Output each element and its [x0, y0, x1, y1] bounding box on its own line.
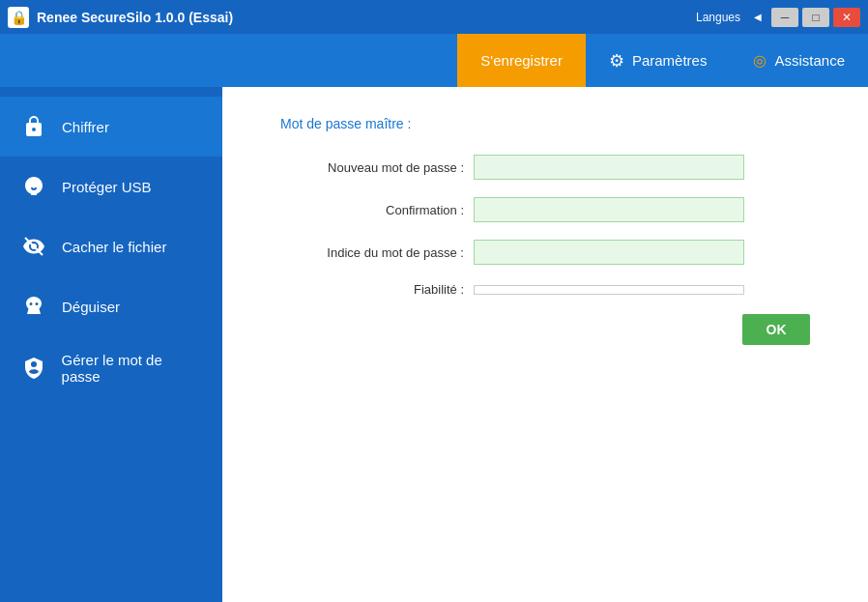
lock-icon: 🔒: [8, 7, 29, 28]
proteger-usb-icon: [19, 172, 48, 201]
tab-assistance[interactable]: ◎ Assistance: [730, 34, 868, 87]
sidebar-item-cacher-fichier-label: Cacher le fichier: [62, 239, 166, 255]
langues-prev-button[interactable]: ◀: [748, 8, 767, 27]
close-button[interactable]: ✕: [833, 8, 860, 27]
sidebar: Chiffrer Protéger USB Cacher le fichier …: [0, 87, 222, 602]
sidebar-item-proteger-usb-label: Protéger USB: [62, 179, 152, 195]
fiabilite-bar: [474, 285, 744, 295]
nouveau-label: Nouveau mot de passe :: [280, 160, 464, 175]
sidebar-item-cacher-fichier[interactable]: Cacher le fichier: [0, 216, 222, 276]
sidebar-item-deguiser-label: Déguiser: [62, 299, 120, 315]
indice-row: Indice du mot de passe :: [280, 240, 810, 265]
langues-label: Langues: [696, 11, 740, 24]
assistance-tab-label: Assistance: [774, 52, 845, 69]
sidebar-item-chiffrer-label: Chiffrer: [62, 119, 109, 135]
minimize-button[interactable]: ─: [771, 8, 798, 27]
section-title: Mot de passe maître :: [280, 116, 810, 131]
parametres-tab-label: Paramètres: [632, 52, 708, 69]
fiabilite-row: Fiabilité :: [280, 282, 810, 297]
titlebar-left: 🔒 Renee SecureSilo 1.0.0 (Essai): [8, 7, 233, 28]
sidebar-item-chiffrer[interactable]: Chiffrer: [0, 97, 222, 157]
fiabilite-label: Fiabilité :: [280, 282, 464, 297]
parametres-icon: ⚙: [609, 50, 624, 72]
nouveau-mot-de-passe-input[interactable]: [474, 155, 744, 180]
header-nav: S'enregistrer ⚙ Paramètres ◎ Assistance: [0, 34, 868, 87]
ok-button[interactable]: OK: [742, 314, 810, 345]
app-title: Renee SecureSilo 1.0.0 (Essai): [37, 10, 233, 25]
nouveau-mot-de-passe-row: Nouveau mot de passe :: [280, 155, 810, 180]
header-spacer: [0, 34, 457, 87]
main-layout: Chiffrer Protéger USB Cacher le fichier …: [0, 87, 868, 602]
sidebar-item-deguiser[interactable]: Déguiser: [0, 276, 222, 336]
tab-register[interactable]: S'enregistrer: [457, 34, 586, 87]
gerer-mot-de-passe-icon: [19, 354, 48, 383]
deguiser-icon: [19, 292, 48, 321]
indice-input[interactable]: [474, 240, 744, 265]
assistance-icon: ◎: [753, 51, 767, 70]
chiffrer-icon: [19, 112, 48, 141]
content-area: Mot de passe maître : Nouveau mot de pas…: [222, 87, 868, 602]
cacher-fichier-icon: [19, 232, 48, 261]
indice-label: Indice du mot de passe :: [280, 245, 464, 260]
confirmation-label: Confirmation :: [280, 203, 464, 217]
sidebar-item-gerer-label: Gérer le mot de passe: [62, 352, 203, 385]
sidebar-item-gerer-mot-de-passe[interactable]: Gérer le mot de passe: [0, 336, 222, 400]
ok-row: OK: [280, 314, 810, 345]
register-tab-label: S'enregistrer: [480, 52, 563, 69]
confirmation-input[interactable]: [474, 197, 744, 222]
confirmation-row: Confirmation :: [280, 197, 810, 222]
sidebar-item-proteger-usb[interactable]: Protéger USB: [0, 157, 222, 216]
tab-parametres[interactable]: ⚙ Paramètres: [586, 34, 731, 87]
restore-button[interactable]: □: [802, 8, 829, 27]
titlebar: 🔒 Renee SecureSilo 1.0.0 (Essai) Langues…: [0, 0, 868, 34]
titlebar-controls: Langues ◀ ─ □ ✕: [696, 8, 860, 27]
